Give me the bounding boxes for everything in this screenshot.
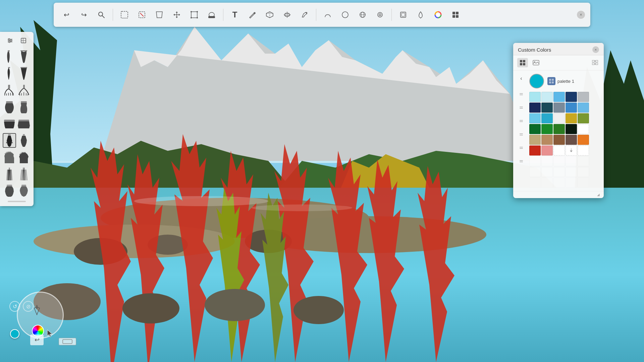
cc-color-cell[interactable] xyxy=(566,92,577,102)
cc-options-button[interactable] xyxy=(590,58,600,67)
brush-item[interactable] xyxy=(17,100,31,114)
cc-color-cell[interactable] xyxy=(578,113,589,123)
brush-item[interactable] xyxy=(17,49,31,64)
3d-box-button[interactable] xyxy=(262,7,277,22)
cc-empty-cell xyxy=(553,156,565,166)
redo-button[interactable]: ↪ xyxy=(76,7,91,22)
deselect-button[interactable] xyxy=(135,7,149,22)
cc-row-handle[interactable] xyxy=(519,146,524,149)
brush-item-selected[interactable] xyxy=(3,133,16,148)
cc-color-cell[interactable] xyxy=(541,92,553,102)
cc-current-color-swatch[interactable] xyxy=(529,74,544,88)
brush-item[interactable] xyxy=(17,83,31,98)
cc-row-handle[interactable] xyxy=(519,93,524,96)
brush-item[interactable] xyxy=(3,49,16,64)
brush-item[interactable] xyxy=(3,100,16,114)
brush-settings-button[interactable] xyxy=(4,36,16,45)
cc-row-handle[interactable] xyxy=(519,133,524,136)
cc-color-cell[interactable] xyxy=(578,103,589,113)
brush-tool-button[interactable] xyxy=(245,7,260,22)
svg-rect-98 xyxy=(6,101,13,103)
svg-rect-134 xyxy=(552,81,554,83)
cc-color-cell[interactable] xyxy=(529,103,541,113)
shape-select-button[interactable] xyxy=(187,7,202,22)
brush-slider-area xyxy=(1,199,32,203)
mesh-button[interactable] xyxy=(280,7,294,22)
brush-item[interactable] xyxy=(3,83,16,98)
brush-item[interactable] xyxy=(17,150,31,165)
search-button[interactable] xyxy=(94,7,109,22)
brush-item[interactable] xyxy=(17,133,31,148)
cc-color-cell[interactable] xyxy=(529,145,541,156)
svg-rect-43 xyxy=(191,12,197,18)
cc-row-handle[interactable] xyxy=(519,119,524,123)
custom-colors-close-button[interactable]: × xyxy=(592,46,599,53)
brush-item[interactable] xyxy=(3,66,16,81)
undo-button[interactable]: ↩ xyxy=(59,7,74,22)
cc-row-handle[interactable] xyxy=(519,160,524,163)
cc-grid-mode-button[interactable] xyxy=(517,58,528,67)
wrap-button[interactable] xyxy=(355,7,370,22)
svg-point-45 xyxy=(197,11,198,12)
cc-color-cell[interactable] xyxy=(529,92,541,102)
cc-color-cell[interactable] xyxy=(566,113,577,123)
layers-button[interactable] xyxy=(396,7,411,22)
brush-item[interactable] xyxy=(3,150,16,165)
cc-resize-handle[interactable]: ◢ xyxy=(597,193,601,197)
cc-color-cell-empty[interactable] xyxy=(578,124,589,134)
cc-color-cell[interactable] xyxy=(529,135,541,145)
current-color-dot[interactable] xyxy=(10,329,19,339)
cc-color-cell[interactable] xyxy=(553,135,565,145)
brush-item[interactable] xyxy=(3,116,16,131)
cc-color-cell[interactable] xyxy=(566,124,577,134)
brush-item[interactable] xyxy=(17,116,31,131)
cc-color-cell[interactable] xyxy=(553,92,565,102)
cc-color-cell[interactable] xyxy=(541,113,553,123)
cc-color-cell[interactable] xyxy=(529,113,541,123)
cc-color-cell[interactable] xyxy=(553,113,565,123)
cc-color-cell[interactable] xyxy=(541,145,553,156)
brush-item[interactable] xyxy=(3,167,16,181)
cc-row-handle[interactable] xyxy=(519,106,524,109)
brush-item[interactable] xyxy=(17,183,31,198)
ink-tool-button[interactable] xyxy=(413,7,428,22)
svg-rect-128 xyxy=(595,60,598,62)
smudge-button[interactable] xyxy=(297,7,312,22)
cc-color-cell-empty[interactable] xyxy=(553,145,565,156)
brush-item[interactable] xyxy=(17,66,31,81)
cc-color-cell[interactable] xyxy=(578,92,589,102)
move-button[interactable] xyxy=(169,7,184,22)
cc-color-cell[interactable] xyxy=(553,103,565,113)
brush-size-slider[interactable] xyxy=(8,201,25,202)
cc-color-cell[interactable] xyxy=(541,124,553,134)
cc-back-button[interactable]: ‹ xyxy=(517,74,526,83)
svg-point-31 xyxy=(99,12,103,16)
brush-list-view-button[interactable] xyxy=(17,36,30,45)
cc-image-mode-button[interactable] xyxy=(531,58,541,67)
stencil-button[interactable] xyxy=(373,7,387,22)
transform-button[interactable] xyxy=(152,7,167,22)
cc-color-cell[interactable] xyxy=(578,135,589,145)
undo-arrow-button[interactable]: ↩ xyxy=(30,335,44,345)
arc-tool-button[interactable] xyxy=(320,7,335,22)
cc-color-cell[interactable] xyxy=(541,103,553,113)
color-wheel-button[interactable] xyxy=(431,7,445,22)
toolbar-close-button[interactable]: × xyxy=(577,11,585,19)
cc-color-cell[interactable] xyxy=(529,124,541,134)
rect-tool-button[interactable] xyxy=(59,338,76,345)
svg-point-44 xyxy=(191,11,192,12)
svg-marker-41 xyxy=(173,14,175,16)
cc-color-cell[interactable] xyxy=(566,135,577,145)
select-tool-button[interactable] xyxy=(117,7,132,22)
cc-color-cell[interactable] xyxy=(541,135,553,145)
fill-tool-button[interactable] xyxy=(204,7,219,22)
cc-download-color-button[interactable] xyxy=(566,145,577,156)
cc-color-cell-empty[interactable] xyxy=(578,145,589,156)
brush-item[interactable] xyxy=(17,167,31,181)
grid-view-button[interactable] xyxy=(448,7,463,22)
cc-color-cell[interactable] xyxy=(553,124,565,134)
brush-item[interactable] xyxy=(3,183,16,198)
text-tool-button[interactable]: T xyxy=(227,7,242,22)
cc-color-cell[interactable] xyxy=(566,103,577,113)
ellipse-button[interactable] xyxy=(338,7,353,22)
